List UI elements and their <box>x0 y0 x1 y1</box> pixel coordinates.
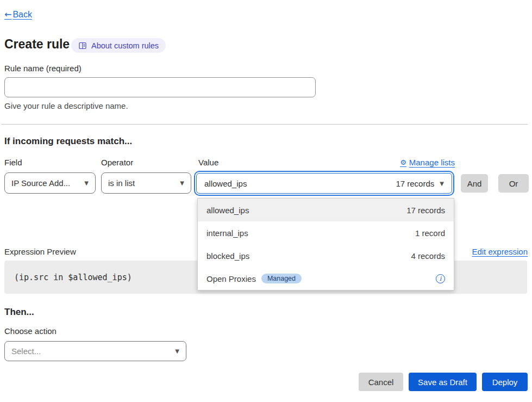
gear-icon: ⚙ <box>400 158 406 166</box>
chevron-down-icon: ▼ <box>84 180 89 186</box>
match-section-heading: If incoming requests match... <box>4 136 132 147</box>
list-option-internal-ips[interactable]: internal_ips 1 record <box>198 221 454 244</box>
save-as-draft-button[interactable]: Save as Draft <box>409 373 477 391</box>
cancel-button[interactable]: Cancel <box>359 373 403 391</box>
or-button[interactable]: Or <box>498 174 529 193</box>
field-select-value: IP Source Add... <box>11 178 70 188</box>
action-select[interactable]: Select... ▼ <box>4 341 186 361</box>
create-rule-page: ← Back Create rule About custom rules Ru… <box>0 0 532 402</box>
about-badge-label: About custom rules <box>91 41 159 50</box>
back-link-label: Back <box>12 10 32 20</box>
list-option-name: allowed_ips <box>206 206 249 215</box>
value-select-record-count: 17 records <box>396 179 434 188</box>
deploy-button[interactable]: Deploy <box>482 373 528 391</box>
expression-preview-label: Expression Preview <box>4 247 76 256</box>
list-option-record-count: 4 records <box>411 251 445 261</box>
then-section-heading: Then... <box>4 307 34 318</box>
rule-name-helper-text: Give your rule a descriptive name. <box>4 101 128 110</box>
chevron-down-icon: ▼ <box>180 180 184 186</box>
info-icon[interactable]: i <box>436 274 445 283</box>
operator-select[interactable]: is in list ▼ <box>101 172 191 194</box>
value-select-selected: allowed_ips <box>204 179 247 188</box>
back-arrow-icon: ← <box>4 9 11 20</box>
about-custom-rules-badge[interactable]: About custom rules <box>71 38 166 53</box>
rule-name-label: Rule name (required) <box>4 64 82 73</box>
list-option-blocked-ips[interactable]: blocked_ips 4 records <box>198 244 454 267</box>
field-select[interactable]: IP Source Add... ▼ <box>4 172 96 194</box>
expression-code: (ip.src in $allowed_ips) <box>14 273 132 282</box>
list-option-record-count: 17 records <box>406 206 445 215</box>
field-column-label: Field <box>4 158 22 167</box>
list-option-allowed-ips[interactable]: allowed_ips 17 records <box>198 199 454 221</box>
value-dropdown-menu: allowed_ips 17 records internal_ips 1 re… <box>197 198 454 290</box>
page-title: Create rule <box>4 37 70 52</box>
choose-action-label: Choose action <box>4 326 57 336</box>
list-option-record-count: 1 record <box>415 228 445 238</box>
list-option-open-proxies[interactable]: Open Proxies Managed i <box>198 267 454 290</box>
back-link[interactable]: ← Back <box>4 9 32 20</box>
operator-column-label: Operator <box>101 158 133 167</box>
value-select[interactable]: allowed_ips 17 records ▼ <box>196 173 452 194</box>
section-divider <box>1 124 528 125</box>
edit-expression-link[interactable]: Edit expression <box>472 247 528 256</box>
manage-lists-link[interactable]: ⚙ Manage lists <box>400 158 455 167</box>
rule-name-input[interactable] <box>4 77 316 97</box>
chevron-down-icon: ▼ <box>440 181 444 187</box>
list-option-name: blocked_ips <box>206 251 249 261</box>
list-option-name: Open Proxies <box>206 274 256 283</box>
book-icon <box>78 41 87 50</box>
chevron-down-icon: ▼ <box>175 348 179 354</box>
value-column-label: Value <box>198 158 218 167</box>
operator-select-value: is in list <box>108 178 135 188</box>
action-select-placeholder: Select... <box>11 347 41 356</box>
list-option-name: internal_ips <box>206 228 248 238</box>
and-button[interactable]: And <box>461 174 488 193</box>
manage-lists-label: Manage lists <box>409 158 455 167</box>
managed-badge: Managed <box>261 274 302 284</box>
